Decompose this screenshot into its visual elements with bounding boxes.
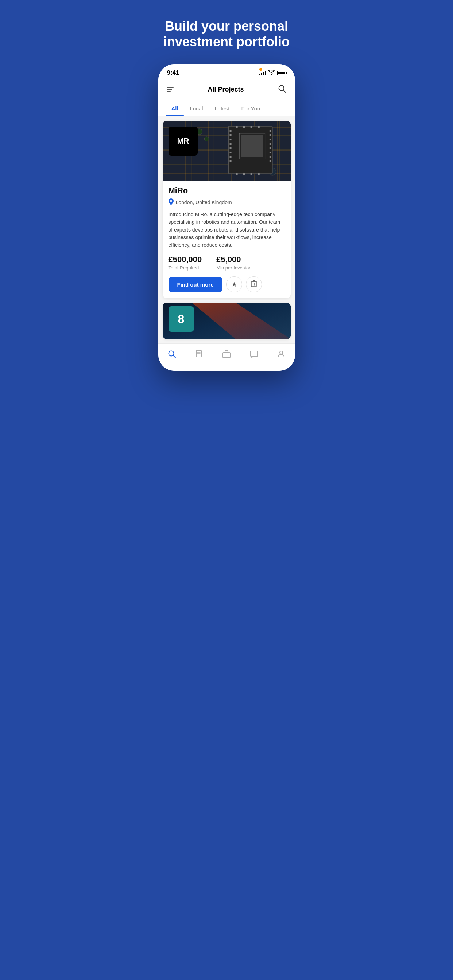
portfolio-nav-icon bbox=[222, 350, 231, 361]
project-location: London, United Kingdom bbox=[169, 198, 285, 206]
signal-bar-4 bbox=[265, 71, 266, 75]
search-nav-icon bbox=[167, 350, 176, 361]
svg-line-50 bbox=[173, 355, 175, 358]
signal-bar-3 bbox=[263, 72, 264, 75]
status-bar: 9:41 bbox=[158, 64, 295, 80]
nav-portfolio[interactable] bbox=[218, 348, 235, 362]
find-out-more-button[interactable]: Find out more bbox=[169, 277, 222, 292]
orange-dot-indicator bbox=[259, 68, 262, 71]
documents-nav-icon bbox=[195, 350, 204, 361]
svg-rect-17 bbox=[230, 130, 231, 132]
svg-rect-41 bbox=[251, 282, 257, 286]
total-label: Total Required bbox=[169, 265, 202, 270]
project-card-partial: 8 bbox=[163, 302, 291, 339]
nav-documents[interactable] bbox=[190, 348, 208, 362]
filter-line-2 bbox=[167, 89, 172, 90]
svg-rect-56 bbox=[250, 351, 257, 356]
min-investor: £5,000 Min per Investor bbox=[216, 255, 250, 270]
nav-messages[interactable] bbox=[245, 348, 263, 362]
project-name: MiRo bbox=[169, 186, 285, 196]
card-body: MiRo London, United Kingdom Introducing … bbox=[163, 181, 291, 298]
page-wrapper: Build your personal investment portfolio… bbox=[151, 0, 302, 393]
content-area: MR MiRo London, United Kingdom I bbox=[158, 116, 295, 344]
svg-rect-29 bbox=[269, 147, 271, 149]
min-label: Min per Investor bbox=[216, 265, 250, 270]
card-image: MR bbox=[163, 121, 291, 181]
location-pin-icon bbox=[169, 198, 174, 206]
status-icons bbox=[259, 70, 286, 76]
signal-bar-1 bbox=[259, 74, 260, 75]
svg-rect-32 bbox=[269, 161, 271, 162]
partial-logo: 8 bbox=[169, 306, 194, 332]
battery-icon bbox=[277, 71, 286, 75]
wifi-icon bbox=[268, 70, 274, 76]
tab-for-you[interactable]: For You bbox=[235, 101, 266, 116]
page-title: All Projects bbox=[207, 86, 244, 93]
svg-rect-20 bbox=[230, 143, 231, 145]
svg-point-57 bbox=[280, 351, 283, 354]
star-icon: ★ bbox=[231, 280, 237, 288]
svg-rect-26 bbox=[269, 134, 271, 136]
hero-title: Build your personal investment portfolio bbox=[158, 18, 295, 49]
svg-rect-55 bbox=[223, 353, 230, 358]
svg-rect-38 bbox=[243, 173, 245, 175]
svg-rect-23 bbox=[230, 156, 231, 158]
svg-line-1 bbox=[283, 90, 286, 92]
location-text: London, United Kingdom bbox=[176, 199, 232, 205]
svg-rect-39 bbox=[250, 173, 252, 175]
nav-search[interactable] bbox=[163, 348, 180, 362]
project-card-miro: MR MiRo London, United Kingdom I bbox=[163, 121, 291, 298]
app-header: All Projects bbox=[158, 80, 295, 101]
delete-button[interactable] bbox=[246, 276, 262, 293]
svg-rect-19 bbox=[230, 138, 231, 140]
tab-all[interactable]: All bbox=[166, 101, 184, 116]
total-amount: £500,000 bbox=[169, 255, 202, 264]
company-logo: MR bbox=[169, 127, 198, 156]
status-time: 9:41 bbox=[167, 69, 179, 76]
svg-rect-35 bbox=[250, 126, 252, 128]
svg-rect-16 bbox=[241, 135, 263, 157]
project-description: Introducing MiRo, a cutting-edge tech co… bbox=[169, 211, 285, 249]
tabs-bar: All Local Latest For You bbox=[158, 101, 295, 116]
svg-rect-40 bbox=[257, 173, 259, 175]
profile-nav-icon bbox=[277, 350, 286, 361]
filter-button[interactable] bbox=[166, 86, 175, 93]
signal-bar-2 bbox=[261, 73, 262, 75]
filter-line-1 bbox=[167, 87, 174, 88]
svg-rect-33 bbox=[236, 126, 238, 128]
filter-line-3 bbox=[167, 91, 171, 92]
svg-point-11 bbox=[204, 137, 209, 141]
svg-rect-22 bbox=[230, 152, 231, 153]
total-required: £500,000 Total Required bbox=[169, 255, 202, 270]
messages-nav-icon bbox=[249, 350, 258, 361]
signal-icon bbox=[259, 70, 266, 75]
card-actions: Find out more ★ bbox=[169, 276, 285, 293]
logo-text: MR bbox=[177, 136, 188, 146]
svg-rect-36 bbox=[257, 126, 259, 128]
tab-latest[interactable]: Latest bbox=[209, 101, 236, 116]
star-button[interactable]: ★ bbox=[226, 276, 242, 293]
svg-rect-24 bbox=[230, 161, 231, 162]
search-button[interactable] bbox=[276, 83, 287, 95]
tab-local[interactable]: Local bbox=[184, 101, 209, 116]
partial-card-image: 8 bbox=[163, 302, 291, 339]
bottom-nav bbox=[158, 344, 295, 371]
svg-rect-25 bbox=[269, 130, 271, 132]
nav-profile[interactable] bbox=[273, 348, 290, 362]
battery-fill bbox=[278, 72, 285, 75]
svg-rect-27 bbox=[269, 138, 271, 140]
svg-rect-21 bbox=[230, 147, 231, 149]
trash-icon bbox=[251, 280, 257, 289]
svg-rect-34 bbox=[243, 126, 245, 128]
svg-rect-31 bbox=[269, 156, 271, 158]
svg-rect-18 bbox=[230, 134, 231, 136]
svg-rect-28 bbox=[269, 143, 271, 145]
svg-rect-30 bbox=[269, 152, 271, 153]
project-financials: £500,000 Total Required £5,000 Min per I… bbox=[169, 255, 285, 270]
svg-rect-37 bbox=[236, 173, 238, 175]
phone-frame: 9:41 bbox=[158, 64, 295, 371]
min-amount: £5,000 bbox=[216, 255, 250, 264]
